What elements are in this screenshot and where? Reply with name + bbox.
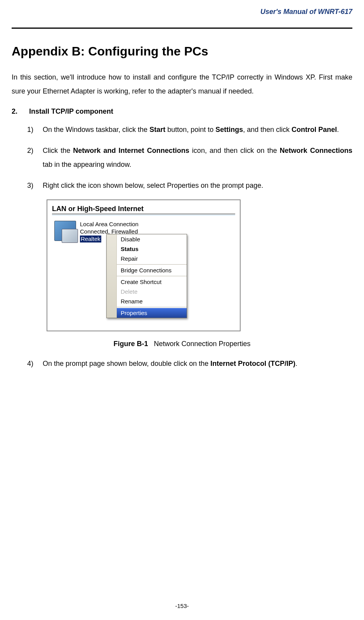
xp-group-rule: [52, 214, 235, 214]
step-text: Click the: [43, 147, 73, 154]
menu-item-delete: Delete: [117, 287, 187, 296]
section-title: Install TCP/IP component: [29, 107, 113, 115]
bold-network-internet: Network and Internet Connections: [73, 147, 189, 154]
connection-adapter: Realtek: [80, 236, 101, 243]
intro-paragraph: In this section, we'll introduce how to …: [12, 70, 352, 98]
connection-name: Local Area Connection: [80, 221, 139, 228]
bold-control-panel: Control Panel: [291, 126, 337, 133]
bold-tcpip: Internet Protocol (TCP/IP): [210, 360, 295, 367]
menu-item-create-shortcut[interactable]: Create Shortcut: [117, 277, 187, 287]
step-3: 3) Right click the icon shown below, sel…: [27, 178, 352, 192]
context-menu-separator: [117, 276, 187, 276]
step-marker: 1): [27, 123, 33, 137]
section-number: 2.: [12, 107, 27, 116]
step-marker: 4): [27, 357, 33, 371]
network-connection-icon: [54, 221, 76, 241]
step-text: button, point to: [165, 126, 215, 133]
doc-header: User's Manual of WNRT-617: [12, 8, 352, 16]
figure-caption-text: Network Connection Properties: [154, 340, 250, 348]
header-rule: [12, 28, 352, 29]
menu-item-rename[interactable]: Rename: [117, 296, 187, 306]
bold-network-connections: Network Connections: [280, 147, 352, 154]
step-1: 1) On the Windows taskbar, click the Sta…: [27, 123, 352, 137]
page-title: Appendix B: Configuring the PCs: [12, 44, 352, 59]
step-text: icon, and then click on the: [189, 147, 280, 154]
page-number: -153-: [0, 603, 364, 609]
figure-b1: LAN or High-Speed Internet Local Area Co…: [47, 199, 352, 331]
step-marker: 3): [27, 178, 33, 192]
context-menu-items: Disable Status Repair Bridge Connections…: [117, 234, 187, 318]
context-menu: Disable Status Repair Bridge Connections…: [106, 234, 187, 318]
xp-group-title: LAN or High-Speed Internet: [50, 204, 237, 214]
step-text: Right click the icon shown below, select…: [43, 182, 263, 189]
context-menu-separator: [117, 264, 187, 265]
step-text: On the Windows taskbar, click the: [43, 126, 149, 133]
figure-label: Figure B-1: [113, 340, 148, 348]
section-heading: 2. Install TCP/IP component: [12, 107, 352, 116]
menu-item-bridge[interactable]: Bridge Connections: [117, 265, 187, 275]
menu-item-properties[interactable]: Properties: [117, 308, 187, 318]
step-marker: 2): [27, 144, 33, 158]
step-text: , and then click: [243, 126, 291, 133]
step-text: tab in the appearing window.: [43, 161, 131, 168]
step-2: 2) Click the Network and Internet Connec…: [27, 144, 352, 171]
context-menu-gutter: [107, 234, 117, 318]
step-text: .: [295, 360, 297, 367]
menu-item-status[interactable]: Status: [117, 244, 187, 254]
steps-list-continued: 4) On the prompt page shown below, doubl…: [12, 357, 352, 371]
figure-caption: Figure B-1 Network Connection Properties: [12, 340, 352, 348]
bold-start: Start: [149, 126, 165, 133]
step-4: 4) On the prompt page shown below, doubl…: [27, 357, 352, 371]
menu-item-repair[interactable]: Repair: [117, 254, 187, 263]
bold-settings: Settings: [215, 126, 243, 133]
menu-item-disable[interactable]: Disable: [117, 234, 187, 244]
step-text: .: [337, 126, 339, 133]
xp-group-rule-2: [52, 215, 235, 215]
step-text: On the prompt page shown below, double c…: [43, 360, 210, 367]
xp-panel: LAN or High-Speed Internet Local Area Co…: [47, 199, 241, 331]
steps-list: 1) On the Windows taskbar, click the Sta…: [12, 123, 352, 192]
context-menu-separator: [117, 307, 187, 307]
